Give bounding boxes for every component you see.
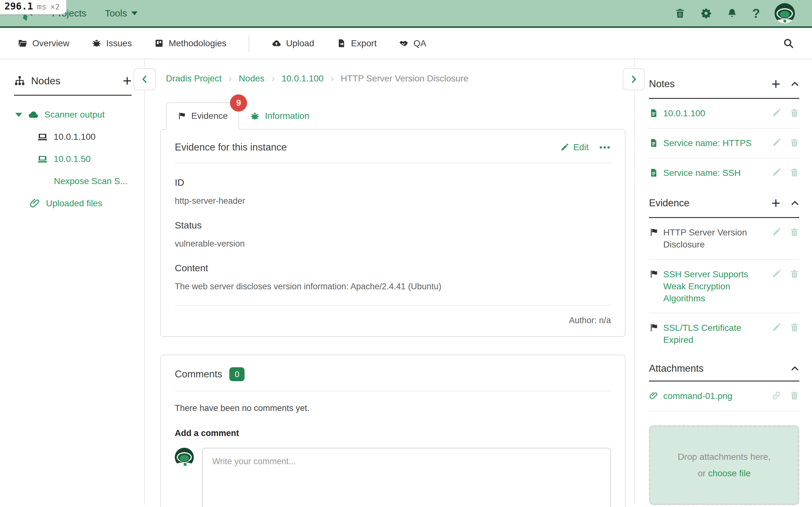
- delete-icon[interactable]: [790, 138, 799, 148]
- tab-evidence[interactable]: Evidence 9: [166, 102, 239, 130]
- delete-icon[interactable]: [790, 269, 799, 279]
- choose-file-link[interactable]: choose file: [708, 468, 751, 478]
- caret-down-icon[interactable]: [15, 113, 22, 117]
- sidebar-divider: [14, 95, 132, 96]
- nodes-sidebar: Nodes + Scanner output 10.0.1.100 10.0.1…: [0, 59, 145, 505]
- add-note-button[interactable]: +: [771, 76, 780, 92]
- edit-icon[interactable]: [771, 138, 781, 148]
- chevron-up-icon[interactable]: [791, 79, 799, 89]
- nav-overview-label: Overview: [32, 38, 69, 49]
- attachment-link[interactable]: command-01.png: [663, 390, 767, 402]
- edit-icon[interactable]: [771, 168, 781, 177]
- edit-icon: [560, 143, 569, 152]
- nav-export[interactable]: Export: [337, 38, 377, 49]
- delete-icon[interactable]: [790, 227, 799, 237]
- trash-icon[interactable]: [674, 8, 686, 19]
- evidence-item-current: HTTP Server Version Disclosure: [649, 218, 799, 260]
- field-label-id: ID: [175, 177, 611, 188]
- note-item: Service name: HTTPS: [649, 129, 799, 158]
- attachment-actions: [771, 391, 799, 400]
- note-link[interactable]: Service name: HTTPS: [663, 137, 767, 149]
- comment-input[interactable]: [202, 448, 611, 507]
- edit-icon[interactable]: [771, 108, 781, 118]
- host-icon: [37, 153, 48, 165]
- tree-item-label[interactable]: Uploaded files: [46, 199, 102, 209]
- nav-methodologies[interactable]: Methodologies: [154, 38, 226, 49]
- notes-section-title: Notes: [649, 78, 675, 90]
- perf-value: 296.1: [4, 1, 33, 12]
- note-link[interactable]: 10.0.1.100: [663, 107, 767, 119]
- note-actions: [771, 168, 799, 177]
- delete-icon[interactable]: [790, 108, 799, 118]
- nav-export-label: Export: [351, 38, 377, 49]
- note-icon: [649, 138, 658, 148]
- delete-icon[interactable]: [790, 323, 799, 332]
- field-label-content: Content: [175, 263, 611, 274]
- collapse-right-sidebar-button[interactable]: [623, 68, 645, 90]
- tree-item-label[interactable]: 10.0.1.100: [54, 132, 96, 142]
- delete-icon[interactable]: [790, 391, 799, 400]
- navbar-divider: [249, 35, 249, 52]
- tree-item-scanner-output[interactable]: Scanner output: [14, 108, 132, 121]
- bell-icon[interactable]: [726, 8, 738, 19]
- tree-item-label[interactable]: 10.0.1.50: [54, 154, 91, 164]
- evidence-card-actions: Edit •••: [560, 142, 611, 153]
- note-actions: [771, 108, 799, 118]
- attachments-section-tools: [791, 364, 799, 373]
- edit-icon[interactable]: [771, 227, 781, 237]
- evidence-item-link[interactable]: SSH Server Supports Weak Encryption Algo…: [663, 268, 767, 304]
- edit-icon[interactable]: [771, 323, 781, 332]
- note-actions: [771, 138, 799, 148]
- tree-item-uploaded-files[interactable]: Uploaded files: [14, 197, 132, 210]
- upload-icon: [271, 38, 281, 48]
- tree-item-label[interactable]: Scanner output: [44, 110, 105, 120]
- attachments-dropzone[interactable]: Drop attachments here, or choose file: [649, 425, 799, 505]
- card-divider: [175, 305, 611, 305]
- perf-multiplier: ×2: [50, 2, 60, 11]
- note-link[interactable]: Service name: SSH: [663, 167, 767, 179]
- tree-item-label[interactable]: Nexpose Scan S...: [54, 176, 128, 186]
- breadcrumb-separator: ›: [271, 73, 275, 84]
- gear-icon[interactable]: [700, 8, 712, 19]
- user-avatar[interactable]: [774, 3, 795, 23]
- nav-upload[interactable]: Upload: [271, 38, 314, 49]
- tree-item-host-selected[interactable]: 10.0.1.100: [14, 130, 132, 143]
- more-actions-button[interactable]: •••: [600, 143, 611, 153]
- chevron-up-icon[interactable]: [791, 364, 799, 373]
- edit-icon[interactable]: [771, 269, 781, 279]
- nav-upload-label: Upload: [286, 38, 314, 49]
- comments-count-badge: 0: [229, 367, 245, 381]
- help-icon[interactable]: ?: [752, 7, 760, 20]
- tools-menu[interactable]: Tools: [105, 8, 138, 19]
- search-icon[interactable]: [783, 38, 794, 49]
- project-navbar: Overview Issues Methodologies Upload Exp…: [0, 28, 812, 59]
- flag-icon: [649, 228, 658, 237]
- scanner-output-icon: [28, 109, 39, 120]
- add-evidence-button[interactable]: +: [771, 195, 780, 211]
- breadcrumb-host[interactable]: 10.0.1.100: [282, 73, 323, 83]
- nav-issues[interactable]: Issues: [92, 38, 132, 49]
- add-node-button[interactable]: +: [123, 73, 132, 89]
- tab-information-label: Information: [265, 111, 309, 121]
- evidence-item-link[interactable]: SSL/TLS Certificate Expired: [663, 322, 767, 346]
- field-label-status: Status: [175, 220, 611, 231]
- tree-item-nexpose[interactable]: Nexpose Scan S...: [14, 175, 132, 187]
- attachment-item: command-01.png: [649, 382, 799, 411]
- field-value-status: vulnerable-version: [175, 239, 611, 249]
- host-icon: [37, 131, 48, 143]
- comment-compose-row: [175, 448, 611, 507]
- field-value-id: http-server-header: [175, 196, 611, 206]
- tree-item-host[interactable]: 10.0.1.50: [14, 153, 132, 165]
- tab-information[interactable]: Information: [239, 103, 320, 129]
- edit-button[interactable]: Edit: [560, 142, 589, 153]
- chevron-up-icon[interactable]: [791, 199, 799, 208]
- add-comment-label: Add a comment: [175, 429, 611, 438]
- breadcrumb-nodes[interactable]: Nodes: [239, 73, 264, 83]
- nav-qa[interactable]: QA: [399, 38, 426, 49]
- nodes-sidebar-header: Nodes +: [14, 73, 132, 89]
- collapse-left-sidebar-button[interactable]: [134, 68, 156, 90]
- link-icon[interactable]: [771, 391, 781, 400]
- delete-icon[interactable]: [790, 168, 799, 177]
- breadcrumb-project[interactable]: Dradis Project: [166, 73, 222, 83]
- nav-overview[interactable]: Overview: [18, 38, 69, 49]
